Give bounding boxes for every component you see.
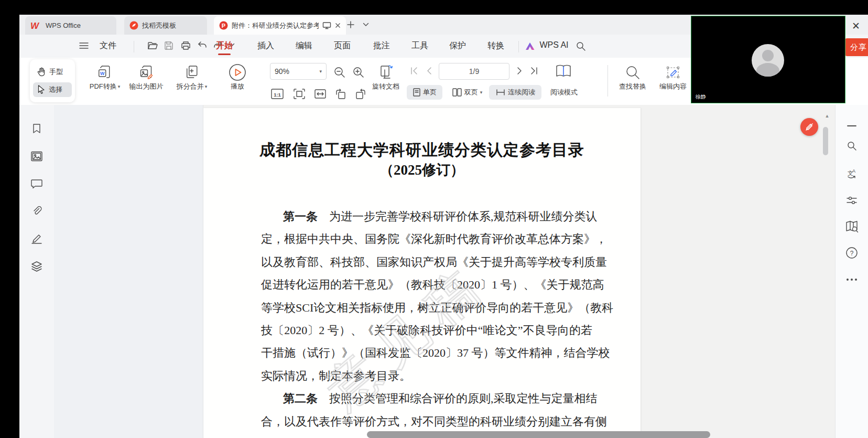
cursor-icon xyxy=(37,84,46,95)
split-merge-button[interactable]: 拆分合并▾ xyxy=(177,63,208,91)
continuous-reading-button[interactable]: 连续阅读 xyxy=(489,85,541,100)
prev-page-icon[interactable] xyxy=(426,66,433,76)
tab-close-icon[interactable] xyxy=(335,23,341,28)
next-page-icon[interactable] xyxy=(516,66,523,76)
image-icon[interactable] xyxy=(30,149,44,163)
zoom-in-icon[interactable] xyxy=(352,66,365,79)
tab-label: WPS Office xyxy=(46,22,81,29)
scrollbar-thumb[interactable] xyxy=(823,127,828,155)
svg-text:P: P xyxy=(222,23,225,29)
document-line-3: 以及教育部、科技部、国家知识产权局《关于提升高等学校专利质量 xyxy=(261,251,592,273)
translate-icon[interactable]: 文A xyxy=(845,166,859,180)
comment-icon[interactable] xyxy=(30,177,44,190)
play-button[interactable]: 播放 xyxy=(229,63,246,91)
hand-tool-button[interactable]: 手型 xyxy=(33,65,72,79)
menu-item-4[interactable]: 页面 xyxy=(334,40,351,51)
single-page-button[interactable]: 单页 xyxy=(407,85,442,100)
bottom-collapsed-bar[interactable] xyxy=(367,431,710,438)
open-folder-icon[interactable] xyxy=(147,41,159,52)
export-image-button[interactable]: 输出为图片 xyxy=(129,63,164,91)
pdf-convert-button[interactable]: W PDF转换▾ xyxy=(90,63,121,91)
menu-item-5[interactable]: 批注 xyxy=(373,40,390,51)
scrollbar-up-arrow[interactable]: ▲ xyxy=(823,113,831,121)
menu-search-icon[interactable] xyxy=(576,41,587,52)
document-line-9: 第二条 按照分类管理和综合评价的原则,采取定性与定量相结 xyxy=(261,387,592,410)
docer-logo xyxy=(129,21,138,30)
menu-item-6[interactable]: 工具 xyxy=(411,40,428,51)
wps-ai-button[interactable]: WPS AI xyxy=(539,40,568,50)
menu-item-7[interactable]: 保护 xyxy=(449,40,466,51)
tab-3[interactable]: P 附件：科研业绩分类认定参考 xyxy=(214,16,346,35)
svg-text:?: ? xyxy=(850,250,854,257)
pointer-tool-group: 手型 选择 xyxy=(30,59,75,102)
rotate-right-icon[interactable] xyxy=(354,88,367,101)
pdf-logo: P xyxy=(219,21,228,30)
export-image-icon xyxy=(138,63,154,82)
more-icon[interactable] xyxy=(845,273,859,286)
collapse-icon[interactable] xyxy=(845,119,859,133)
zoom-out-icon[interactable] xyxy=(333,66,346,79)
signature-icon[interactable] xyxy=(30,232,44,245)
document-line-5: 等学校SCI论文相关指标使用，树立正确评价导向的若干意见》（教科 xyxy=(261,296,592,319)
document-line-6: 技〔2020〕2 号）、《关于破除科技评价中“唯论文”不良导向的若 xyxy=(261,319,592,341)
double-page-button[interactable]: 双页▾ xyxy=(447,85,487,100)
tab-label: 附件：科研业绩分类认定参考 xyxy=(232,21,319,30)
print-icon[interactable] xyxy=(181,41,192,52)
divider xyxy=(518,41,519,52)
document-body: 第一条 为进一步完善学校科研评价体系,规范科研业绩分类认定，根据中共中央、国务院… xyxy=(261,205,592,438)
actual-size-icon[interactable]: 1:1 xyxy=(270,88,284,100)
find-replace-button[interactable]: 查找替换 xyxy=(619,63,646,91)
zoom-level-combobox[interactable]: 90%▾ xyxy=(270,63,327,80)
rotate-document-button[interactable]: 旋转文档 xyxy=(372,63,399,91)
file-menu[interactable]: 文件 xyxy=(100,40,116,51)
divider xyxy=(607,65,608,97)
menu-item-8[interactable]: 转换 xyxy=(487,40,504,51)
bookmark-icon[interactable] xyxy=(30,122,44,135)
read-mode-button[interactable]: 阅读模式 xyxy=(543,85,585,100)
document-title: 成都信息工程大学科研业绩分类认定参考目录 xyxy=(203,140,641,161)
wps-ai-icon xyxy=(525,41,536,52)
window-close-button[interactable]: ✕ xyxy=(849,19,863,33)
wps-logo: W xyxy=(30,21,42,30)
catalog-search-icon[interactable] xyxy=(845,220,859,233)
hand-icon xyxy=(37,67,46,77)
search-icon[interactable] xyxy=(845,139,859,153)
hamburger-icon[interactable] xyxy=(79,42,91,54)
menu-item-1[interactable]: 开始 xyxy=(216,40,233,51)
settings-sliders-icon[interactable] xyxy=(845,194,859,207)
svg-text:W: W xyxy=(100,71,105,76)
tab-2[interactable]: 找稻壳模板 xyxy=(124,16,207,35)
document-subtitle: （2025修订） xyxy=(203,161,641,179)
menu-item-2[interactable]: 插入 xyxy=(257,40,274,51)
monitor-icon[interactable] xyxy=(322,22,331,29)
rotate-left-icon[interactable] xyxy=(334,88,347,101)
svg-text:1:1: 1:1 xyxy=(274,92,281,98)
layers-icon[interactable] xyxy=(30,260,44,273)
navigation-panel[interactable] xyxy=(54,105,203,438)
page-indicator-input[interactable]: 1/9 xyxy=(439,63,509,80)
fit-width-icon[interactable] xyxy=(314,88,327,100)
share-button[interactable]: 分享 xyxy=(844,38,868,56)
edit-content-icon xyxy=(665,63,681,82)
help-icon[interactable]: ? xyxy=(845,246,859,260)
undo-icon[interactable] xyxy=(197,41,209,52)
select-tool-button[interactable]: 选择 xyxy=(33,82,72,97)
wps-office-window: W WPS Office 找稻壳模板P 附件：科研业绩分类认定参考 文件 开始插… xyxy=(0,0,868,438)
menu-item-3[interactable]: 编辑 xyxy=(296,40,312,51)
attachment-icon[interactable] xyxy=(30,205,44,218)
video-call-overlay[interactable]: 徐静 xyxy=(691,16,845,103)
edit-content-button[interactable]: 编辑内容 xyxy=(659,63,687,91)
save-icon[interactable] xyxy=(164,41,176,52)
fit-page-icon[interactable] xyxy=(293,88,306,100)
divider xyxy=(134,41,134,52)
pdf-convert-icon: W xyxy=(97,63,113,82)
tab-1[interactable]: W WPS Office xyxy=(25,16,116,35)
edit-disabled-fab[interactable] xyxy=(800,118,818,136)
single-page-icon xyxy=(413,88,421,97)
tab-list-chevron-icon[interactable] xyxy=(363,23,369,27)
new-tab-button[interactable] xyxy=(347,21,354,28)
last-page-icon[interactable] xyxy=(529,66,539,76)
read-mode-book-icon[interactable] xyxy=(555,64,572,79)
top-letterbox xyxy=(0,0,868,15)
first-page-icon[interactable] xyxy=(409,66,419,76)
